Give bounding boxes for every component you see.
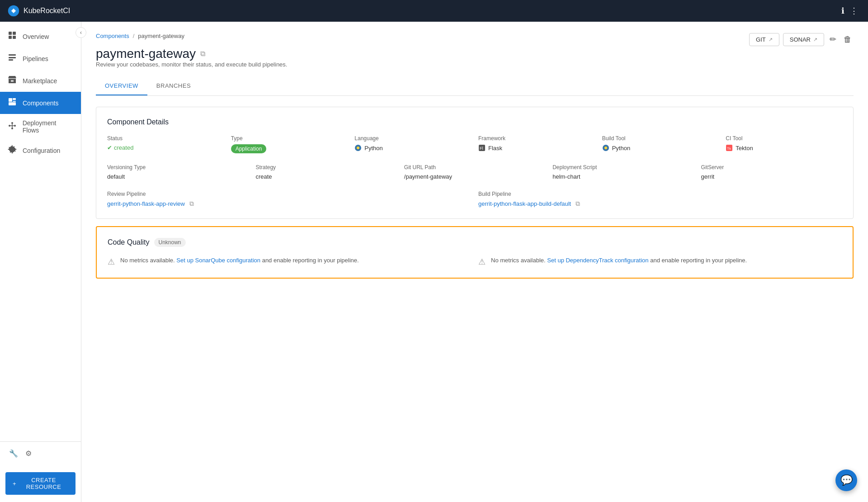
warning-icon-dep: ⚠: [478, 257, 486, 267]
build-pipeline-item: Build Pipeline gerrit-python-flask-app-b…: [478, 191, 842, 208]
git-url-path-item: Git URL Path /payment-gateway: [404, 164, 545, 180]
app-logo: KubeRocketCI: [7, 5, 70, 17]
edit-icon: ✏: [830, 35, 836, 44]
sidebar: ‹ Overview: [0, 22, 81, 502]
info-button[interactable]: ℹ: [839, 3, 847, 19]
sidebar-item-configuration[interactable]: Configuration: [0, 139, 81, 161]
versioning-type-label: Versioning Type: [107, 164, 248, 170]
main-content: Components / payment-gateway payment-gat…: [81, 22, 868, 502]
svg-text:Tk: Tk: [727, 147, 731, 151]
sidebar-item-marketplace[interactable]: Marketplace: [0, 70, 81, 92]
python-lang-icon: [354, 144, 362, 152]
pipeline-share-icon[interactable]: ⧉: [189, 200, 194, 208]
more-menu-button[interactable]: ⋮: [847, 3, 861, 19]
dependency-track-config-link[interactable]: Set up DependencyTrack configuration: [547, 257, 648, 264]
sidebar-item-label: Overview: [23, 33, 49, 40]
copy-button[interactable]: ⧉: [200, 50, 205, 58]
create-resource-button[interactable]: + CREATE RESOURCE: [5, 472, 75, 495]
configuration-icon: [7, 145, 17, 156]
status-label: Status: [107, 135, 224, 142]
build-pipeline-link[interactable]: gerrit-python-flask-app-build-default: [478, 200, 571, 207]
svg-text:Fl: Fl: [480, 146, 483, 151]
versioning-type-value: default: [107, 173, 248, 180]
gear-icon: ⚙: [25, 450, 32, 457]
breadcrumb: Components / payment-gateway: [96, 33, 287, 39]
svg-rect-4: [9, 36, 12, 39]
sidebar-collapse-button[interactable]: ‹: [75, 27, 86, 38]
dependency-track-quality-item: ⚠ No metrics available. Set up Dependenc…: [478, 256, 842, 267]
tab-branches[interactable]: BRANCHES: [147, 77, 200, 95]
page-subtitle: Review your codebases, monitor their sta…: [96, 61, 287, 68]
git-button[interactable]: GIT ↗: [749, 33, 779, 46]
breadcrumb-current: payment-gateway: [138, 33, 184, 39]
details-grid-row3: Review Pipeline gerrit-python-flask-app-…: [107, 191, 842, 208]
svg-point-17: [11, 128, 13, 129]
deployment-script-item: Deployment Script helm-chart: [552, 164, 693, 180]
component-details-card: Component Details Status ✔ created Type …: [96, 107, 854, 219]
chat-fab-button[interactable]: 💬: [835, 469, 857, 491]
tabs: OVERVIEW BRANCHES: [96, 77, 854, 96]
versioning-type-item: Versioning Type default: [107, 164, 248, 180]
svg-rect-11: [13, 98, 16, 100]
sidebar-item-components[interactable]: Components: [0, 92, 81, 114]
git-server-value: gerrit: [701, 173, 842, 180]
components-icon: [7, 97, 17, 109]
type-badge: Application: [231, 144, 267, 153]
sidebar-item-deployment-flows[interactable]: Deployment Flows: [0, 114, 81, 139]
language-label: Language: [354, 135, 471, 142]
delete-button[interactable]: 🗑: [842, 33, 854, 46]
navbar: KubeRocketCI ℹ ⋮: [0, 0, 868, 22]
sidebar-item-label: Pipelines: [23, 55, 48, 62]
wrench-icon: 🔧: [9, 450, 18, 457]
chat-icon: 💬: [840, 474, 853, 486]
git-url-path-value: /payment-gateway: [404, 173, 545, 180]
git-server-item: GitServer gerrit: [701, 164, 842, 180]
page-title-row: payment-gateway ⧉: [96, 47, 287, 61]
config-button[interactable]: ⚙: [24, 447, 33, 459]
sonar-button[interactable]: SONAR ↗: [783, 33, 824, 46]
git-url-path-label: Git URL Path: [404, 164, 545, 170]
edit-button[interactable]: ✏: [828, 33, 838, 46]
review-pipeline-label: Review Pipeline: [107, 191, 471, 197]
svg-point-15: [11, 122, 13, 124]
framework-item: Framework Fl Flask: [478, 135, 595, 153]
sidebar-item-label: Configuration: [23, 147, 60, 154]
ci-tool-value: Tk Tekton: [726, 144, 842, 152]
details-grid-row2: Versioning Type default Strategy create …: [107, 164, 842, 180]
delete-icon: 🗑: [844, 35, 852, 44]
flask-icon: Fl: [478, 144, 486, 152]
sidebar-item-label: Components: [23, 99, 58, 107]
sidebar-nav: Overview Pipelines: [0, 22, 81, 441]
sidebar-item-label: Marketplace: [23, 77, 57, 85]
quality-grid: ⚠ No metrics available. Set up SonarQube…: [108, 256, 842, 267]
header-actions: GIT ↗ SONAR ↗ ✏ 🗑: [749, 33, 854, 46]
breadcrumb-components-link[interactable]: Components: [96, 33, 129, 39]
quality-badge: Unknown: [154, 238, 186, 247]
svg-rect-9: [11, 80, 14, 82]
tab-overview[interactable]: OVERVIEW: [96, 77, 147, 95]
settings-button[interactable]: 🔧: [7, 447, 20, 459]
quality-title: Code Quality: [108, 238, 150, 246]
quality-header: Code Quality Unknown: [108, 238, 842, 247]
sonarqube-config-link[interactable]: Set up SonarQube configuration: [176, 257, 260, 264]
check-icon: ✔: [107, 144, 112, 151]
svg-point-16: [14, 125, 16, 127]
build-pipeline-value: gerrit-python-flask-app-build-default ⧉: [478, 200, 842, 208]
dep-quality-text: No metrics available. Set up DependencyT…: [491, 256, 747, 265]
details-grid-row1: Status ✔ created Type Application Langua…: [107, 135, 842, 153]
build-tool-value: Python: [602, 144, 719, 152]
code-quality-card: Code Quality Unknown ⚠ No metrics availa…: [96, 226, 854, 279]
external-link-icon-2: ↗: [813, 37, 817, 43]
strategy-item: Strategy create: [255, 164, 396, 180]
ci-tool-item: CI Tool Tk Tekton: [726, 135, 842, 153]
svg-rect-5: [13, 36, 16, 39]
svg-point-1: [12, 9, 14, 12]
pipeline-share-icon-2[interactable]: ⧉: [576, 200, 580, 208]
strategy-label: Strategy: [255, 164, 396, 170]
sidebar-item-overview[interactable]: Overview: [0, 25, 81, 47]
review-pipeline-link[interactable]: gerrit-python-flask-app-review: [107, 200, 185, 207]
plus-icon: +: [13, 480, 16, 487]
sidebar-item-pipelines[interactable]: Pipelines: [0, 47, 81, 70]
info-icon: ℹ: [841, 6, 844, 16]
marketplace-icon: [7, 75, 17, 86]
